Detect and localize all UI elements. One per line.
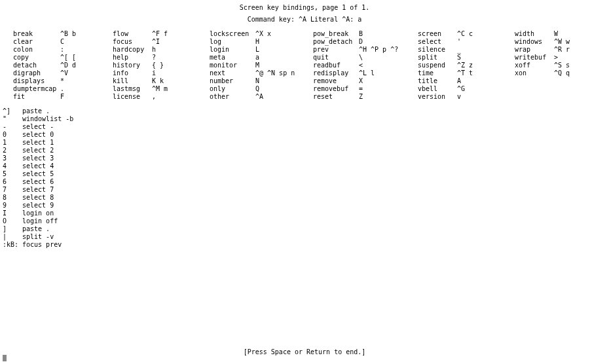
extra-key: 0 [3,131,22,139]
binding-command: prev [313,46,359,54]
binding-command: silence [418,46,457,54]
binding-key: ^X x [255,30,313,38]
extra-command: paste . [22,107,50,115]
binding-key: K k [152,77,210,85]
binding-command: detach [13,62,60,69]
extra-row: Ilogin on [3,209,609,217]
binding-row: onlyQ [210,85,313,93]
binding-row: silence_ [418,46,515,54]
binding-key: ^B b [60,30,113,38]
binding-command: suspend [418,62,457,69]
column-3: lockscreen^X xlogHloginLmetaamonitorMnex… [210,30,313,101]
column-6: widthWwindows^W wwrap^R rwritebuf>xoff^S… [515,30,580,101]
binding-row: help? [113,54,210,62]
extra-row: 7select 7 [3,186,609,194]
binding-command: removebuf [313,85,359,93]
binding-row: flow^F f [113,30,210,38]
binding-command: reset [313,93,359,101]
binding-command: pow_break [313,30,359,38]
extra-bindings: ^]paste ."windowlist -b-select -0select … [0,107,609,249]
binding-row: digraph^V [13,69,113,77]
binding-key: : [60,46,113,54]
binding-key: L [255,46,313,54]
extra-key: " [3,115,22,123]
binding-command: xoff [515,62,554,69]
binding-command: license [113,93,152,101]
binding-command: lastmsg [113,85,152,93]
binding-command: clear [13,38,60,46]
extra-key: ^] [3,107,22,115]
binding-key: W [554,30,580,38]
binding-row: redisplay^L l [313,69,418,77]
extra-key: 9 [3,202,22,209]
binding-command: break [13,30,60,38]
binding-row: windows^W w [515,38,580,46]
binding-command: width [515,30,554,38]
binding-command: vbell [418,85,457,93]
binding-key: v [457,93,515,101]
binding-key: ^V [60,69,113,77]
extra-key: 1 [3,139,22,147]
binding-row: quit\ [313,54,418,62]
extra-row: "windowlist -b [3,115,609,123]
extra-command: select 9 [22,202,54,209]
extra-command: focus prev [22,241,62,249]
extra-row: ^]paste . [3,107,609,115]
binding-key: S [457,54,515,62]
binding-row: logH [210,38,313,46]
binding-key: ^G [457,85,515,93]
binding-key: Q [255,85,313,93]
binding-key: F [60,93,113,101]
binding-row: widthW [515,30,580,38]
extra-row: ]paste . [3,225,609,233]
binding-row: resetZ [313,93,418,101]
binding-command: info [113,69,152,77]
footer-text: [Press Space or Return to end.] [244,348,366,355]
binding-row: infoi [113,69,210,77]
binding-command: hardcopy [113,46,152,54]
binding-key: ' [457,38,515,46]
binding-row: dumptermcap. [13,85,113,93]
extra-command: select 1 [22,139,54,147]
extra-row: :kB:focus prev [3,241,609,249]
extra-key: 3 [3,155,22,162]
binding-command: split [418,54,457,62]
binding-key: i [152,69,210,77]
binding-command: copy [13,54,60,62]
binding-key: Z [359,93,418,101]
extra-command: paste . [22,225,50,233]
binding-key: M [255,62,313,69]
extra-row: 4select 4 [3,162,609,170]
binding-row: lockscreen^X x [210,30,313,38]
extra-key: 5 [3,170,22,178]
binding-key: ^S s [554,62,580,69]
binding-row: displays* [13,77,113,85]
binding-command: history [113,62,152,69]
column-5: screen^C cselect'silence_splitSsuspend^Z… [418,30,515,101]
extra-row: Ologin off [3,217,609,225]
binding-key: D [359,38,418,46]
binding-key: ^T t [457,69,515,77]
binding-command: dumptermcap [13,85,60,93]
extra-key: O [3,217,22,225]
binding-command: other [210,93,255,101]
cursor-block [3,355,7,361]
binding-row: loginL [210,46,313,54]
binding-key: a [255,54,313,62]
binding-row: next^@ ^N sp n [210,69,313,77]
binding-row: removeX [313,77,418,85]
column-2: flow^F ffocus^Ihardcopyhhelp?history{ }i… [113,30,210,101]
command-key-text: Command key: ^A Literal ^A: a [248,16,362,23]
binding-key: > [554,54,580,62]
binding-key: { } [152,62,210,69]
binding-row: killK k [113,77,210,85]
binding-row: readbuf< [313,62,418,69]
binding-command: redisplay [313,69,359,77]
extra-key: 8 [3,194,22,202]
binding-row: hardcopyh [113,46,210,54]
binding-row: screen^C c [418,30,515,38]
binding-command: readbuf [313,62,359,69]
extra-key: 2 [3,147,22,155]
extra-row: 3select 3 [3,155,609,162]
binding-key: ^F f [152,30,210,38]
